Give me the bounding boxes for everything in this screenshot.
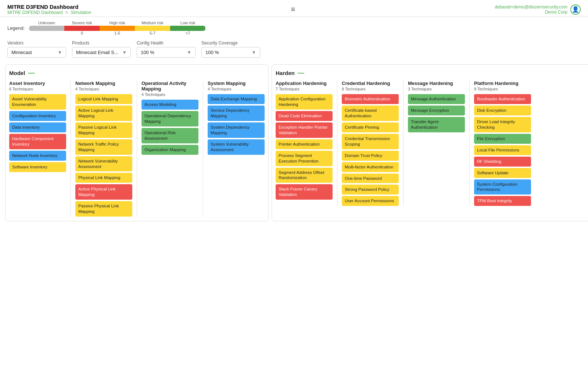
column-items-3: Bootloader AuthenticationDisk Encryption…	[474, 94, 531, 206]
column-sub-1: 4 Techniques	[75, 87, 132, 91]
tech-card-0-4[interactable]: Network Node Inventory	[9, 151, 66, 161]
tech-card-2-1[interactable]: Operational Dependency Mapping	[141, 111, 198, 126]
column-title-0: Application Hardening	[276, 81, 333, 86]
product-label: Products	[72, 40, 131, 46]
tech-card-3-5[interactable]: RF Shielding	[474, 157, 531, 167]
column-2: Message Hardening3 TechniquesMessage Aut…	[408, 81, 465, 132]
tech-card-3-0[interactable]: Bootloader Authentication	[474, 94, 531, 104]
column-items-2: Access ModelingOperational Dependency Ma…	[141, 100, 198, 155]
column-title-3: System Mapping	[208, 81, 265, 86]
column-divider-3	[469, 81, 470, 206]
column-divider-1	[337, 81, 337, 206]
config-label: Config Health	[137, 40, 196, 46]
tech-card-0-5[interactable]: Segment Address Offset Randomization	[276, 168, 333, 183]
tech-card-1-8[interactable]: User Account Permissions	[342, 196, 399, 206]
security-select[interactable]: 100 % ▼	[201, 47, 260, 58]
tech-card-3-3[interactable]: System Vulnerability Assessment	[208, 139, 265, 155]
tech-card-1-2[interactable]: Certificate Pinning	[342, 122, 399, 132]
tech-card-1-2[interactable]: Passive Logical Link Mapping	[75, 122, 132, 138]
column-title-0: Asset Inventory	[9, 81, 66, 86]
tech-card-0-0[interactable]: Asset Vulnerability Enumeration	[9, 94, 66, 110]
tech-card-1-5[interactable]: Multi-factor Authentication	[342, 162, 399, 172]
tech-card-2-2[interactable]: Operational Risk Assessment	[141, 128, 198, 143]
tech-card-3-7[interactable]: System Configuration Permissions	[474, 179, 531, 195]
tech-card-3-4[interactable]: Local File Permissions	[474, 145, 531, 155]
legend-bar	[29, 26, 205, 31]
legend-unknown: Unknown	[29, 21, 64, 25]
tech-card-0-1[interactable]: Configuration Inventory	[9, 111, 66, 121]
tech-card-3-1[interactable]: Disk Encryption	[474, 106, 531, 115]
legend-area: Legend: Unknown Severe risk High risk Me…	[0, 17, 588, 38]
legend-seg-high	[100, 26, 135, 31]
tech-card-0-0[interactable]: Application Configuration Hardening	[276, 94, 333, 110]
column-items-3: Data Exchange MappingService Dependency …	[208, 94, 265, 155]
tech-card-1-0[interactable]: Biometric Authentication	[342, 94, 399, 104]
security-chevron-icon: ▼	[251, 50, 256, 55]
user-avatar-icon[interactable]: 👤	[570, 4, 581, 15]
legend-high: High risk	[100, 21, 135, 25]
tech-card-1-5[interactable]: Physical Link Mapping	[75, 173, 132, 183]
harden-section-header: Harden —	[276, 69, 588, 77]
product-select[interactable]: Mimecast Email S... ▼	[72, 47, 131, 58]
tech-card-1-6[interactable]: One-time Password	[342, 174, 399, 183]
tech-card-2-3[interactable]: Organization Mapping	[141, 145, 198, 155]
tech-card-1-0[interactable]: Logical Link Mapping	[75, 94, 132, 104]
tech-card-1-7[interactable]: Passive Physical Link Mapping	[75, 201, 132, 217]
tech-card-3-0[interactable]: Data Exchange Mapping	[208, 94, 265, 104]
sections-row: Model — Asset Inventory6 TechniquesAsset…	[4, 61, 584, 224]
tech-card-2-2[interactable]: Transfer Agent Authentication	[408, 117, 465, 132]
tech-card-2-1[interactable]: Message Encryption	[408, 106, 465, 115]
column-divider-1	[71, 81, 71, 217]
breadcrumb-current[interactable]: Simulation	[71, 10, 91, 15]
tech-card-0-2[interactable]: Data Inventory	[9, 122, 66, 132]
legend-severe: Severe risk	[64, 21, 100, 25]
tech-card-0-6[interactable]: Stack Frame Canary Validation	[276, 184, 333, 200]
tech-card-1-4[interactable]: Domain Trust Policy	[342, 151, 399, 161]
config-select[interactable]: 100 % ▼	[137, 47, 196, 58]
hamburger-menu[interactable]: ≡	[291, 5, 295, 14]
legend-seg-severe	[64, 26, 100, 31]
tech-card-0-3[interactable]: Pointer Authentication	[276, 139, 333, 149]
column-sub-1: 9 Techniques	[342, 87, 399, 91]
vendor-value: Mimecast	[11, 50, 32, 55]
tech-card-1-4[interactable]: Network Vulnerability Assessment	[75, 156, 132, 172]
tech-card-2-0[interactable]: Access Modeling	[141, 100, 198, 110]
column-divider-3	[203, 81, 203, 217]
tech-card-2-0[interactable]: Message Authentication	[408, 94, 465, 104]
tech-card-3-2[interactable]: System Dependency Mapping	[208, 122, 265, 138]
tech-card-0-5[interactable]: Software Inventory	[9, 162, 66, 172]
column-items-2: Message AuthenticationMessage Encryption…	[408, 94, 465, 132]
tech-card-0-2[interactable]: Exception Handler Pointer Validation	[276, 122, 333, 138]
legend-seg-unknown	[29, 26, 64, 31]
tech-card-3-8[interactable]: TPM Boot Integrity	[474, 196, 531, 206]
tech-card-3-3[interactable]: File Encryption	[474, 134, 531, 144]
tick-4: >7	[170, 31, 205, 35]
legend-low: Low risk	[170, 21, 205, 25]
column-title-3: Platform Hardening	[474, 81, 531, 86]
model-section-header: Model —	[9, 69, 265, 77]
user-email: debarati+demo@discernsecurity.com	[495, 4, 567, 10]
product-chevron-icon: ▼	[122, 50, 127, 55]
tech-card-1-3[interactable]: Network Traffic Policy Mapping	[75, 139, 132, 155]
tech-card-0-3[interactable]: Hardware Component Inventory	[9, 134, 66, 149]
column-0: Asset Inventory6 TechniquesAsset Vulnera…	[9, 81, 66, 172]
column-sub-2: 3 Techniques	[408, 87, 465, 91]
tech-card-1-6[interactable]: Active Physical Link Mapping	[75, 184, 132, 200]
tech-card-1-3[interactable]: Credential Transmission Scoping	[342, 134, 399, 149]
tech-card-1-7[interactable]: Strong Password Policy	[342, 185, 399, 195]
legend-seg-low	[170, 26, 205, 31]
tech-card-0-4[interactable]: Process Segment Execution Prevention	[276, 151, 333, 166]
tech-card-0-1[interactable]: Dead Code Elimination	[276, 111, 333, 121]
filters: Vendors Mimecast ▼ Products Mimecast Ema…	[0, 38, 588, 61]
vendor-select[interactable]: Mimecast ▼	[7, 47, 66, 58]
column-sub-2: 4 Techniques	[141, 92, 198, 97]
tech-card-1-1[interactable]: Active Logical Link Mapping	[75, 106, 132, 121]
breadcrumb-home[interactable]: MITRE D3FEND Dashboard	[7, 10, 63, 15]
tech-card-3-6[interactable]: Software Update	[474, 168, 531, 178]
tech-card-3-2[interactable]: Driver Load Integrity Checking	[474, 117, 531, 132]
harden-title: Harden	[276, 70, 295, 76]
column-1: Network Mapping4 TechniquesLogical Link …	[75, 81, 132, 217]
org-name: Demo Corp	[495, 10, 567, 15]
tech-card-3-1[interactable]: Service Dependency Mapping	[208, 106, 265, 121]
tech-card-1-1[interactable]: Certificate-based Authentication	[342, 106, 399, 121]
